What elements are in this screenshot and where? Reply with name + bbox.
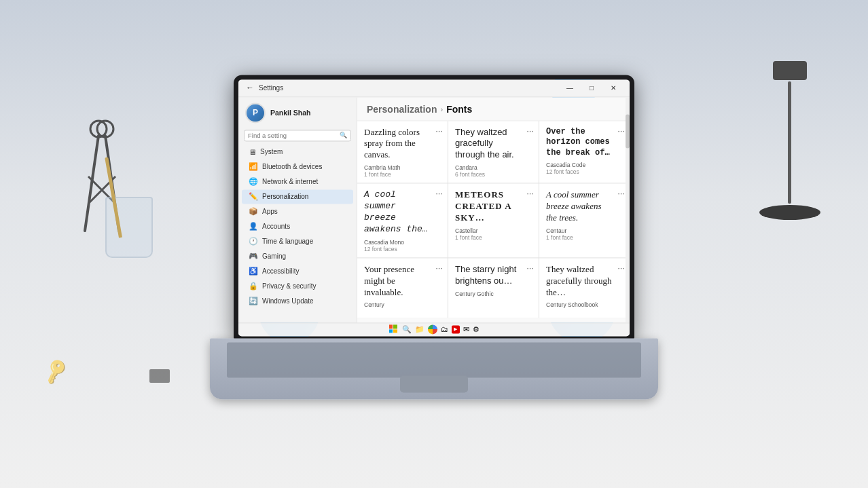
sidebar-item-time[interactable]: 🕐 Time & language xyxy=(242,234,353,248)
font-name-5: Centaur xyxy=(546,227,623,234)
apps-label: Apps xyxy=(262,208,278,215)
font-card-centaur[interactable]: ··· A cool summer breeze awakens the tre… xyxy=(539,184,630,258)
font-faces-2: 12 font faces xyxy=(546,169,623,176)
breadcrumb-parent[interactable]: Personalization xyxy=(367,104,437,115)
sidebar-item-personalization[interactable]: ✏️ Personalization xyxy=(242,189,353,204)
sidebar-item-apps[interactable]: 📦 Apps xyxy=(242,204,353,219)
font-card-century-schoolbook[interactable]: ··· They waltzed gracefully through the…… xyxy=(539,258,630,318)
back-button[interactable]: ← xyxy=(244,81,256,94)
fonts-grid: ··· Dazzling colors spray from the canva… xyxy=(357,121,630,318)
font-preview-1: They waltzed gracefully through the air. xyxy=(455,127,522,162)
personalization-label: Personalization xyxy=(262,193,308,200)
font-menu-castellar[interactable]: ··· xyxy=(526,189,534,199)
accessibility-icon: ♿ xyxy=(249,267,258,276)
font-menu-century-schoolbook[interactable]: ··· xyxy=(617,263,625,273)
sidebar-item-accessibility[interactable]: ♿ Accessibility xyxy=(242,264,353,278)
font-menu-candara[interactable]: ··· xyxy=(526,126,534,136)
font-name-7: Century Gothic xyxy=(455,290,532,297)
title-bar-label: Settings xyxy=(259,84,283,92)
trackpad[interactable] xyxy=(400,375,468,392)
sidebar-item-accounts[interactable]: 👤 Accounts xyxy=(242,219,353,233)
taskbar-files[interactable]: 📁 xyxy=(415,325,424,334)
laptop: ← Settings — □ ✕ xyxy=(210,75,658,400)
search-input[interactable] xyxy=(248,132,340,139)
sidebar-item-gaming[interactable]: 🎮 Gaming xyxy=(242,249,353,263)
scrollbar[interactable] xyxy=(626,97,630,322)
main-area: P Pankil Shah 🔍 🖥 System xyxy=(238,97,630,322)
system-label: System xyxy=(260,148,283,155)
font-faces-1: 6 font faces xyxy=(455,172,532,179)
screen-bezel: ← Settings — □ ✕ xyxy=(234,75,634,339)
profile-name: Pankil Shah xyxy=(270,109,311,117)
font-menu-cascadia-code[interactable]: ··· xyxy=(617,126,625,136)
font-menu-cascadia-mono[interactable]: ··· xyxy=(435,189,443,199)
maximize-button[interactable]: □ xyxy=(581,79,602,97)
font-menu-century[interactable]: ··· xyxy=(435,263,443,273)
taskbar-mail[interactable]: ✉ xyxy=(463,325,469,334)
update-icon: 🔄 xyxy=(249,297,258,305)
font-name-0: Cambria Math xyxy=(364,165,441,172)
privacy-label: Privacy & security xyxy=(262,282,316,290)
gaming-icon: 🎮 xyxy=(249,252,258,261)
font-name-3: Cascadia Mono xyxy=(364,239,441,246)
accounts-icon: 👤 xyxy=(249,222,258,231)
taskbar-settings[interactable]: ⚙ xyxy=(473,325,480,334)
search-icon: 🔍 xyxy=(340,132,347,138)
update-label: Windows Update xyxy=(262,297,314,305)
font-preview-5: A cool summer breeze awakens the trees. xyxy=(546,190,613,225)
network-icon: 🌐 xyxy=(249,177,258,186)
keyboard-keys xyxy=(227,342,641,377)
personalization-icon: ✏️ xyxy=(249,192,258,201)
sidebar-item-network[interactable]: 🌐 Network & internet xyxy=(242,174,353,189)
avatar: P xyxy=(245,102,266,123)
sidebar: P Pankil Shah 🔍 🖥 System xyxy=(238,97,357,322)
font-card-century[interactable]: ··· Your presence might be invaluable. C… xyxy=(357,258,448,318)
minimize-button[interactable]: — xyxy=(559,79,581,97)
sidebar-item-system[interactable]: 🖥 System xyxy=(242,145,353,159)
font-menu-cambria[interactable]: ··· xyxy=(435,126,443,136)
network-label: Network & internet xyxy=(262,178,318,185)
privacy-icon: 🔒 xyxy=(249,282,258,290)
font-preview-0: Dazzling colors spray from the canvas. xyxy=(364,127,431,162)
bluetooth-icon: 📶 xyxy=(249,162,258,171)
breadcrumb-current: Fonts xyxy=(446,104,472,115)
binder-clip-decoration xyxy=(149,369,170,383)
sidebar-item-update[interactable]: 🔄 Windows Update xyxy=(242,294,353,308)
font-preview-7: The starry night brightens ou… xyxy=(455,264,522,287)
taskbar: 🔍 📁 🗂 ▶ ✉ ⚙ xyxy=(238,322,630,336)
font-menu-century-gothic[interactable]: ··· xyxy=(526,263,534,273)
scrollbar-thumb[interactable] xyxy=(626,114,630,148)
font-card-cascadia-code[interactable]: ··· Over the horizon comes the break of…… xyxy=(539,121,630,183)
close-button[interactable]: ✕ xyxy=(602,79,624,97)
taskbar-windows-logo[interactable] xyxy=(389,324,399,334)
accounts-label: Accounts xyxy=(262,223,290,230)
font-name-1: Candara xyxy=(455,165,532,172)
taskbar-folder[interactable]: 🗂 xyxy=(441,325,448,333)
font-card-century-gothic[interactable]: ··· The starry night brightens ou… Centu… xyxy=(448,258,539,318)
font-card-cambria-math[interactable]: ··· Dazzling colors spray from the canva… xyxy=(357,121,448,183)
screen-inner: ← Settings — □ ✕ xyxy=(238,79,630,336)
font-name-2: Cascadia Code xyxy=(546,162,623,169)
sidebar-item-bluetooth[interactable]: 📶 Bluetooth & devices xyxy=(242,159,353,174)
font-faces-4: 1 font face xyxy=(455,234,532,241)
gaming-label: Gaming xyxy=(262,252,286,260)
profile-section[interactable]: P Pankil Shah xyxy=(238,97,357,128)
taskbar-search[interactable]: 🔍 xyxy=(402,325,412,334)
font-card-castellar[interactable]: ··· METEORS CREATED A SKY… Castellar 1 f… xyxy=(448,184,539,258)
time-icon: 🕐 xyxy=(249,237,258,246)
font-card-cascadia-mono[interactable]: ··· A cool summer breeze awakens the… Ca… xyxy=(357,184,448,258)
keyboard-base xyxy=(210,338,658,399)
font-preview-2: Over the horizon comes the break of… xyxy=(546,127,613,159)
title-bar-controls: — □ ✕ xyxy=(559,79,624,97)
time-label: Time & language xyxy=(262,238,313,245)
font-name-4: Castellar xyxy=(455,227,532,234)
font-card-candara[interactable]: ··· They waltzed gracefully through the … xyxy=(448,121,539,183)
taskbar-media[interactable]: ▶ xyxy=(452,325,460,333)
cup-decoration xyxy=(105,197,153,258)
apps-icon: 📦 xyxy=(249,207,258,216)
title-bar: ← Settings — □ ✕ xyxy=(238,79,630,97)
sidebar-item-privacy[interactable]: 🔒 Privacy & security xyxy=(242,279,353,293)
taskbar-chrome[interactable] xyxy=(428,324,437,334)
font-menu-centaur[interactable]: ··· xyxy=(617,189,625,199)
search-container: 🔍 xyxy=(244,130,351,141)
